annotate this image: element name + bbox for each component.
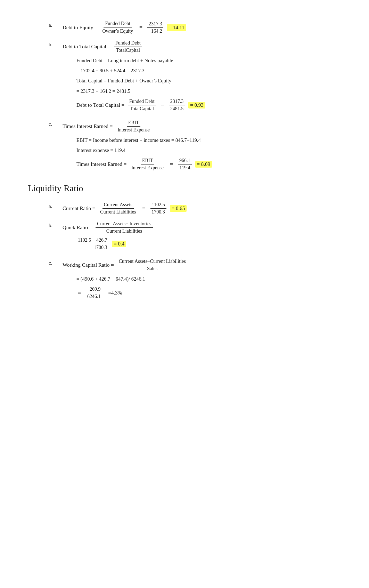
fraction-lb: Current Assets− Inventories Current Liab…	[96, 221, 153, 234]
lc-steps: = (490.6 + 426.7 − 647.4)/ 6246.1 = 269.…	[76, 275, 341, 299]
fraction-lc: Current Assets−Current Liabilities Sales	[117, 259, 187, 272]
c-step2: Interest expense = 119.4	[76, 146, 341, 154]
section-b: b. Debt to Total Capital = Funded Debt T…	[49, 40, 341, 112]
liquidity-b: b. Quick Ratio = Current Assets− Invento…	[49, 221, 341, 250]
result-c: = 8.09	[195, 161, 212, 168]
b-final-formula: Debt to Total Capital = Funded Debt Tota…	[76, 99, 341, 112]
frac-lb-num: Current Assets− Inventories	[96, 221, 153, 228]
result-lc: =4.3%	[108, 290, 122, 296]
section-c: c. Times Interest Earned = EBIT Interest…	[49, 120, 341, 171]
wcr-label: Working Capital Ratio =	[63, 262, 114, 268]
frac-b-num: Funded Debt	[114, 40, 142, 47]
b-step4: = 2317.3 + 164.2 = 2481.5	[76, 87, 341, 95]
val-b-num: 2317.3	[169, 99, 185, 105]
lb-sub-formula: 1102.5 − 426.7 1700.3 = 0.4	[76, 237, 341, 250]
frac-lc-den: Sales	[146, 265, 159, 272]
eq-lb: =	[158, 225, 161, 231]
formula-lc: Working Capital Ratio = Current Assets−C…	[63, 259, 187, 272]
frac-a-den: Ownerʼs Equity	[101, 27, 134, 34]
quick-ratio-label: Quick Ratio =	[63, 225, 92, 231]
debt-total-cap-label: Debt to Total Capital =	[63, 44, 110, 50]
frac-c2-den: Interest Expense	[130, 164, 165, 171]
section-b-item: b. Debt to Total Capital = Funded Debt T…	[49, 40, 341, 53]
val-a-den: 164.2	[150, 28, 164, 34]
val-a-num: 2317.3	[147, 21, 164, 28]
eq-a: =	[139, 24, 142, 31]
section-a: a. Debt to Equity = Funded Debt Ownerʼs …	[49, 21, 341, 34]
label-a: a.	[49, 21, 63, 28]
current-ratio-label: Current Ratio =	[63, 206, 95, 211]
lc-eq: =	[78, 290, 81, 296]
frac-la-den: Current Liabilities	[99, 209, 137, 215]
tie-final-label: Times Interest Earned =	[76, 161, 126, 167]
eq-b: =	[161, 102, 164, 108]
val-c-num: 966.1	[178, 158, 192, 164]
values-a: 2317.3 164.2	[147, 21, 164, 34]
b-step2: = 1702.4 + 90.5 + 524.4 = 2317.3	[76, 67, 341, 75]
lc-sub-val: 269.9 6246.1	[86, 287, 102, 299]
lb-steps: 1102.5 − 426.7 1700.3 = 0.4	[76, 237, 341, 250]
frac-c-den: Interest Expense	[116, 127, 151, 133]
formula-a: Debt to Equity = Funded Debt Ownerʼs Equ…	[63, 21, 186, 34]
result-a: = 14.11	[167, 24, 186, 31]
label-c: c.	[49, 120, 63, 127]
lb-sub-val: 1102.5 − 426.7 1700.3	[76, 237, 108, 250]
fraction-b2: Funded Debt TotalCapital	[128, 99, 156, 112]
lc-step1: = (490.6 + 426.7 − 647.4)/ 6246.1	[76, 275, 341, 283]
b-step3: Total Capital = Funded Debt + Owner’s Eq…	[76, 77, 341, 85]
formula-lb: Quick Ratio = Current Assets− Inventorie…	[63, 221, 162, 234]
frac-b2-den: TotalCapital	[129, 105, 155, 112]
eq-c: =	[170, 161, 173, 168]
frac-lc-num: Current Assets−Current Liabilities	[117, 259, 187, 265]
val-la-num: 1102.5	[150, 202, 166, 209]
liquidity-b-item: b. Quick Ratio = Current Assets− Invento…	[49, 221, 341, 234]
liquidity-c-label: c.	[49, 259, 63, 266]
formula-b: Debt to Total Capital = Funded Debt Tota…	[63, 40, 142, 53]
frac-b2-num: Funded Debt	[128, 99, 156, 105]
lc-sub-formula: = 269.9 6246.1 =4.3%	[76, 287, 341, 299]
frac-la-num: Current Assets	[102, 202, 134, 209]
frac-b-den: TotalCapital	[115, 47, 141, 53]
debt-to-equity-label: Debt to Equity =	[63, 25, 98, 31]
b-debt-label: Debt to Total Capital =	[76, 102, 124, 108]
fraction-c2: EBIT Interest Expense	[130, 158, 165, 171]
liquidity-a-label: a.	[49, 202, 63, 209]
b-step1: Funded Debt = Long term debt + Notes pay…	[76, 57, 341, 65]
val-c-den: 119.4	[178, 164, 192, 171]
fraction-b: Funded Debt TotalCapital	[114, 40, 142, 53]
frac-c2-num: EBIT	[141, 158, 154, 164]
c-step1: EBIT = Income before interest + income t…	[76, 136, 341, 144]
liquidity-c: c. Working Capital Ratio = Current Asset…	[49, 259, 341, 299]
label-b: b.	[49, 40, 63, 48]
section-c-item: c. Times Interest Earned = EBIT Interest…	[49, 120, 341, 133]
c-steps: EBIT = Income before interest + income t…	[76, 136, 341, 171]
values-c: 966.1 119.4	[178, 158, 192, 171]
eq-la: =	[142, 206, 145, 212]
c-final-formula: Times Interest Earned = EBIT Interest Ex…	[76, 158, 341, 171]
result-b: = 0.93	[188, 102, 205, 108]
liquidity-title: Liquidity Ratio	[28, 183, 341, 194]
frac-lb-den: Current Liabilities	[105, 228, 144, 234]
lb-sub-num: 1102.5 − 426.7	[76, 237, 108, 244]
frac-c-num: EBIT	[127, 120, 140, 127]
liquidity-section: Liquidity Ratio a. Current Ratio = Curre…	[28, 183, 341, 299]
formula-la: Current Ratio = Current Assets Current L…	[63, 202, 187, 215]
result-la: = 0.65	[170, 205, 187, 212]
values-la: 1102.5 1700.3	[150, 202, 166, 215]
fraction-a: Funded Debt Ownerʼs Equity	[101, 21, 134, 34]
section-a-item: a. Debt to Equity = Funded Debt Ownerʼs …	[49, 21, 341, 34]
val-b-den: 2481.5	[169, 105, 185, 112]
liquidity-c-item: c. Working Capital Ratio = Current Asset…	[49, 259, 341, 272]
lc-sub-num: 269.9	[88, 287, 102, 293]
lb-sub-den: 1700.3	[92, 244, 109, 250]
frac-a-num: Funded Debt	[104, 21, 132, 27]
liquidity-a-item: a. Current Ratio = Current Assets Curren…	[49, 202, 341, 215]
liquidity-a: a. Current Ratio = Current Assets Curren…	[49, 202, 341, 215]
fraction-la: Current Assets Current Liabilities	[99, 202, 137, 215]
b-steps: Funded Debt = Long term debt + Notes pay…	[76, 57, 341, 112]
val-la-den: 1700.3	[150, 209, 166, 215]
values-b: 2317.3 2481.5	[169, 99, 185, 112]
result-lb: = 0.4	[112, 241, 126, 247]
liquidity-b-label: b.	[49, 221, 63, 228]
tie-label: Times Interest Earned =	[63, 123, 113, 129]
